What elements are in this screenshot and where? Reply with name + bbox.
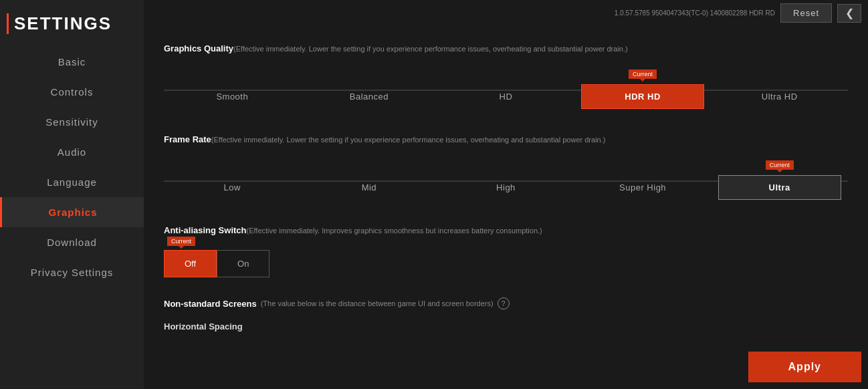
quality-option-ultra-hd[interactable]: Ultra HD	[711, 84, 848, 109]
antialiasing-title: Anti-aliasing Switch(Effective immediate…	[164, 225, 848, 235]
sidebar-item-privacy-settings[interactable]: Privacy Settings	[0, 257, 144, 287]
nonstandard-title: Non-standard Screens(The value below is …	[164, 297, 848, 309]
version-text: 1.0.57.5785 9504047343(TC-0) 1400802288 …	[615, 9, 775, 17]
sidebar: SETTINGS Basic Controls Sensitivity Audi…	[0, 0, 144, 389]
back-button[interactable]: ❮	[837, 4, 861, 23]
framerate-option-mid[interactable]: Mid	[301, 175, 438, 200]
nonstandard-section: Non-standard Screens(The value below is …	[164, 297, 848, 332]
quality-options-track: Smooth Balanced HD Current HDR HD Ultra …	[164, 66, 848, 114]
antialiasing-toggle-row: Current Off On	[164, 250, 311, 277]
sidebar-item-audio[interactable]: Audio	[0, 137, 144, 167]
antialiasing-section: Anti-aliasing Switch(Effective immediate…	[164, 225, 848, 277]
framerate-current-badge: Current	[766, 160, 794, 170]
graphics-quality-title: Graphics Quality(Effective immediately. …	[164, 43, 848, 53]
framerate-options-track: Low Mid High Super High Current Ultra	[164, 156, 848, 205]
horizontal-spacing-label: Horizontal Spacing	[164, 321, 848, 332]
graphics-quality-section: Graphics Quality(Effective immediately. …	[164, 43, 848, 114]
quality-option-hdr-hd[interactable]: Current HDR HD	[574, 84, 712, 109]
reset-button[interactable]: Reset	[780, 3, 832, 23]
topbar: 1.0.57.5785 9504047343(TC-0) 1400802288 …	[615, 3, 861, 23]
sidebar-item-language[interactable]: Language	[0, 167, 144, 197]
app-title: SETTINGS	[7, 13, 112, 34]
framerate-section: Frame Rate(Effective immediately. Lower …	[164, 134, 848, 205]
antialiasing-off-wrapper: Current Off	[164, 250, 217, 277]
back-icon: ❮	[845, 7, 854, 19]
framerate-option-super-high[interactable]: Super High	[574, 175, 712, 200]
sidebar-item-controls[interactable]: Controls	[0, 77, 144, 107]
sidebar-item-basic[interactable]: Basic	[0, 47, 144, 77]
quality-option-hd[interactable]: HD	[437, 84, 574, 109]
main-content: Graphics Quality(Effective immediately. …	[144, 30, 868, 389]
framerate-option-high[interactable]: High	[437, 175, 574, 200]
sidebar-item-graphics[interactable]: Graphics	[0, 197, 144, 227]
framerate-option-ultra[interactable]: Current Ultra	[711, 175, 848, 200]
antialiasing-current-badge: Current	[167, 237, 195, 246]
framerate-title: Frame Rate(Effective immediately. Lower …	[164, 134, 848, 144]
apply-button[interactable]: Apply	[748, 352, 861, 382]
framerate-option-low[interactable]: Low	[164, 175, 301, 200]
sidebar-item-sensitivity[interactable]: Sensitivity	[0, 107, 144, 137]
antialiasing-on-button[interactable]: On	[217, 250, 269, 277]
sidebar-item-download[interactable]: Download	[0, 227, 144, 257]
quality-current-badge: Current	[629, 70, 657, 79]
antialiasing-off-button[interactable]: Off	[164, 250, 217, 277]
quality-option-balanced[interactable]: Balanced	[301, 84, 438, 109]
help-icon[interactable]: ?	[498, 297, 510, 309]
quality-option-smooth[interactable]: Smooth	[164, 84, 301, 109]
